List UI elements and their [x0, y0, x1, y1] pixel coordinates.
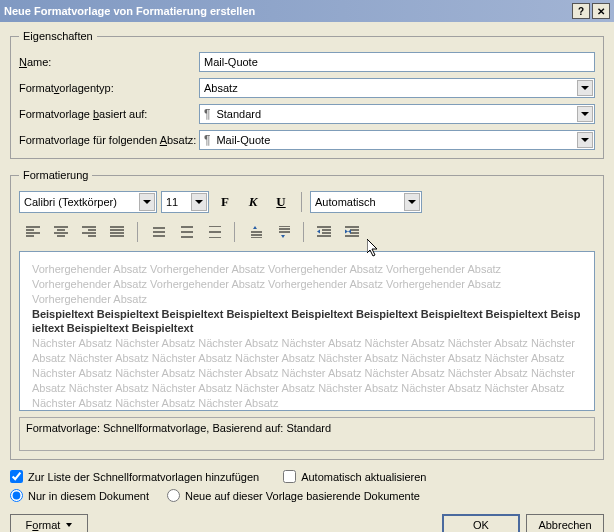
this-document-radio[interactable]: Nur in diesem Dokument: [10, 489, 149, 502]
properties-legend: Eigenschaften: [19, 30, 97, 42]
indent-decrease-button[interactable]: [312, 221, 336, 243]
titlebar: Neue Formatvorlage von Formatierung erst…: [0, 0, 614, 22]
name-label: Name:: [19, 56, 199, 68]
align-right-button[interactable]: [77, 221, 101, 243]
help-button[interactable]: ?: [572, 3, 590, 19]
align-left-button[interactable]: [21, 221, 45, 243]
type-label: Formatvorlagentyp:: [19, 82, 199, 94]
align-center-button[interactable]: [49, 221, 73, 243]
chevron-down-icon: [191, 193, 207, 211]
cancel-button[interactable]: Abbrechen: [526, 514, 604, 532]
chevron-down-icon: [577, 106, 593, 122]
new-documents-radio[interactable]: Neue auf dieser Vorlage basierende Dokum…: [167, 489, 420, 502]
preview-box: Vorhergehender Absatz Vorhergehender Abs…: [19, 251, 595, 411]
auto-update-checkbox[interactable]: Automatisch aktualisieren: [283, 470, 426, 483]
close-button[interactable]: ✕: [592, 3, 610, 19]
chevron-down-icon: [577, 80, 593, 96]
following-para-combo[interactable]: ¶Mail-Quote: [199, 130, 595, 150]
chevron-down-icon: [577, 132, 593, 148]
based-on-label: Formatvorlage basiert auf:: [19, 108, 199, 120]
space-before-inc-button[interactable]: [243, 221, 267, 243]
add-to-quicklist-checkbox[interactable]: Zur Liste der Schnellformatvorlagen hinz…: [10, 470, 259, 483]
formatting-group: Formatierung Calibri (Textkörper) 11 F K…: [10, 169, 604, 460]
line-spacing-1-button[interactable]: [146, 221, 170, 243]
ok-button[interactable]: OK: [442, 514, 520, 532]
separator: [137, 222, 138, 242]
line-spacing-2-button[interactable]: [202, 221, 226, 243]
italic-button[interactable]: K: [241, 191, 265, 213]
preview-next-para: Nächster Absatz Nächster Absatz Nächster…: [32, 336, 582, 410]
separator: [234, 222, 235, 242]
formatting-legend: Formatierung: [19, 169, 92, 181]
preview-sample: Beispieltext Beispieltext Beispieltext B…: [32, 307, 582, 337]
chevron-down-icon: [404, 193, 420, 211]
pilcrow-icon: ¶: [204, 133, 210, 147]
indent-increase-button[interactable]: [340, 221, 364, 243]
underline-button[interactable]: U: [269, 191, 293, 213]
font-size-combo[interactable]: 11: [161, 191, 209, 213]
style-description: Formatvorlage: Schnellformatvorlage, Bas…: [19, 417, 595, 451]
chevron-down-icon: [66, 523, 72, 527]
font-combo[interactable]: Calibri (Textkörper): [19, 191, 157, 213]
name-input[interactable]: [199, 52, 595, 72]
separator: [301, 192, 302, 212]
preview-prev-para: Vorhergehender Absatz Vorhergehender Abs…: [32, 262, 582, 307]
type-combo[interactable]: Absatz: [199, 78, 595, 98]
font-color-combo[interactable]: Automatisch: [310, 191, 422, 213]
window-title: Neue Formatvorlage von Formatierung erst…: [4, 5, 570, 17]
chevron-down-icon: [139, 193, 155, 211]
align-justify-button[interactable]: [105, 221, 129, 243]
following-para-label: Formatvorlage für folgenden Absatz:: [19, 134, 199, 146]
separator: [303, 222, 304, 242]
properties-group: Eigenschaften Name: Formatvorlagentyp: A…: [10, 30, 604, 159]
based-on-combo[interactable]: ¶Standard: [199, 104, 595, 124]
space-before-dec-button[interactable]: [271, 221, 295, 243]
format-menu-button[interactable]: Format: [10, 514, 88, 532]
bold-button[interactable]: F: [213, 191, 237, 213]
line-spacing-15-button[interactable]: [174, 221, 198, 243]
pilcrow-icon: ¶: [204, 107, 210, 121]
